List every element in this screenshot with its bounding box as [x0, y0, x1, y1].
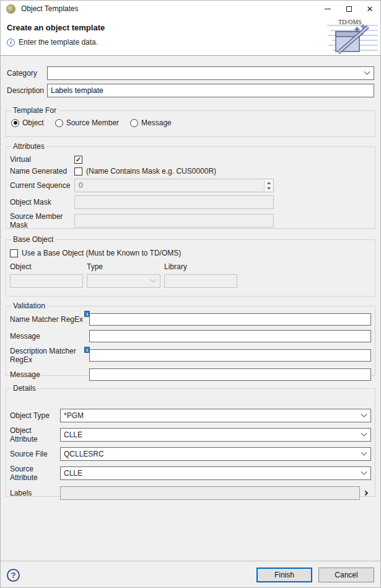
title-bar: Object Templates ✕: [1, 1, 380, 17]
window-title: Object Templates: [21, 4, 317, 13]
chevron-down-icon: [361, 411, 367, 417]
current-sequence-label: Current Sequence: [10, 181, 74, 190]
finish-button[interactable]: Finish: [256, 568, 312, 582]
close-icon: ✕: [367, 5, 374, 13]
form-content: Category Description Template For Object…: [1, 56, 380, 561]
source-member-mask-row: Source Member Mask: [10, 212, 371, 229]
base-object-library-input: [164, 274, 237, 288]
name-generated-hint: (Name Contains Mask e.g. CUS0000R): [86, 167, 216, 176]
source-member-mask-label: Source Member Mask: [10, 212, 74, 229]
app-window-icon: [6, 4, 15, 14]
source-file-label: Source File: [10, 450, 60, 458]
source-attribute-value: CLLE: [64, 469, 362, 478]
finish-button-label: Finish: [274, 571, 294, 579]
description-matcher-message-label: Message: [10, 370, 89, 379]
details-group: Details Object Type *PGM Object Attribut…: [6, 384, 375, 497]
current-sequence-value: 0: [79, 181, 83, 190]
radio-object-icon: [11, 119, 19, 127]
chevron-down-icon: [361, 468, 367, 474]
use-base-object-row[interactable]: Use a Base Object (Must be Known to TD/O…: [10, 249, 371, 257]
base-object-type-col: Type: [87, 262, 160, 288]
tdoms-logo: TD/OMS ✚ ✚ ✚: [322, 17, 379, 55]
object-attribute-combobox[interactable]: CLLE: [60, 428, 371, 442]
details-title: Details: [11, 384, 38, 393]
attributes-title: Attributes: [11, 142, 46, 151]
radio-object-label: Object: [22, 118, 44, 127]
spinner-down-button[interactable]: [265, 185, 273, 191]
name-generated-row: Name Generated (Name Contains Mask e.g. …: [10, 167, 371, 176]
radio-source-member-icon: [55, 119, 63, 127]
virtual-row: Virtual: [10, 155, 371, 164]
arrow-down-icon: [267, 187, 271, 190]
cancel-button[interactable]: Cancel: [318, 568, 374, 582]
radio-object[interactable]: Object: [11, 118, 44, 127]
category-combobox[interactable]: [47, 66, 374, 80]
help-button[interactable]: ?: [7, 569, 20, 582]
labels-row: Labels: [10, 486, 371, 500]
minimize-button[interactable]: [317, 1, 338, 17]
labels-label: Labels: [10, 489, 60, 497]
base-object-type-label: Type: [87, 262, 160, 271]
minimize-icon: [325, 9, 331, 9]
cancel-button-label: Cancel: [335, 571, 357, 579]
description-input[interactable]: [47, 84, 374, 97]
radio-source-member[interactable]: Source Member: [55, 118, 119, 127]
virtual-checkbox[interactable]: [74, 156, 82, 164]
description-label: Description: [7, 86, 47, 95]
current-sequence-row: Current Sequence 0: [10, 179, 371, 192]
chevron-down-icon: [361, 449, 367, 455]
object-type-combobox[interactable]: *PGM: [60, 409, 371, 422]
source-file-row: Source File QCLLESRC: [10, 447, 371, 461]
spinner-up-button[interactable]: [265, 180, 273, 185]
question-mark-icon: ?: [11, 571, 16, 580]
name-matcher-input[interactable]: [89, 313, 371, 326]
object-mask-label: Object Mask: [10, 198, 74, 207]
validation-title: Validation: [11, 301, 47, 310]
object-type-label: Object Type: [10, 411, 60, 420]
maximize-button[interactable]: [338, 1, 359, 17]
wizard-header: Create an object template i Enter the te…: [1, 17, 380, 56]
base-object-library-col: Library: [164, 262, 237, 288]
template-for-options: Object Source Member Message: [10, 116, 371, 131]
description-matcher-message-row: Message: [10, 368, 371, 381]
virtual-label: Virtual: [10, 155, 74, 164]
spinner-buttons: [264, 180, 273, 191]
base-object-title: Base Object: [11, 235, 55, 244]
description-matcher-message-input[interactable]: [89, 368, 371, 381]
maximize-icon: [346, 6, 352, 12]
name-matcher-message-input[interactable]: [89, 330, 371, 342]
field-info-decoration-icon: i: [84, 311, 90, 317]
use-base-object-label: Use a Base Object (Must be Known to TD/O…: [22, 249, 181, 257]
name-generated-label: Name Generated: [10, 167, 74, 176]
source-attribute-combobox[interactable]: CLLE: [60, 466, 371, 480]
name-matcher-message-row: Message: [10, 330, 371, 342]
base-object-type-combobox: [87, 274, 160, 288]
radio-message-label: Message: [141, 118, 172, 127]
template-for-title: Template For: [11, 106, 58, 115]
base-object-object-label: Object: [10, 262, 83, 271]
source-file-value: QCLLESRC: [64, 450, 362, 458]
close-button[interactable]: ✕: [359, 1, 380, 17]
object-mask-input: [74, 195, 274, 209]
name-matcher-label: Name Matcher RegEx: [10, 315, 89, 324]
object-attribute-value: CLLE: [64, 430, 362, 439]
use-base-object-checkbox[interactable]: [10, 249, 18, 257]
radio-source-member-label: Source Member: [66, 118, 119, 127]
labels-input: [60, 486, 360, 500]
source-member-mask-input: [74, 214, 274, 228]
info-icon: i: [7, 38, 15, 47]
template-for-group: Template For Object Source Member Messag…: [6, 106, 375, 137]
name-generated-checkbox[interactable]: [74, 167, 82, 176]
base-object-library-label: Library: [164, 262, 237, 271]
base-object-group: Base Object Use a Base Object (Must be K…: [6, 235, 375, 296]
chevron-down-icon: [364, 68, 370, 74]
attributes-group: Attributes Virtual Name Generated (Name …: [6, 142, 375, 229]
field-info-decoration-icon: i: [84, 347, 90, 353]
labels-expand-button[interactable]: [360, 488, 371, 499]
description-matcher-label: Description Matcher RegEx: [10, 347, 89, 364]
description-matcher-input[interactable]: [89, 349, 371, 362]
logo-text-svg: TD/OMS: [338, 19, 362, 25]
chevron-down-icon: [361, 430, 367, 436]
source-file-combobox[interactable]: QCLLESRC: [60, 447, 371, 461]
radio-message[interactable]: Message: [130, 118, 172, 127]
